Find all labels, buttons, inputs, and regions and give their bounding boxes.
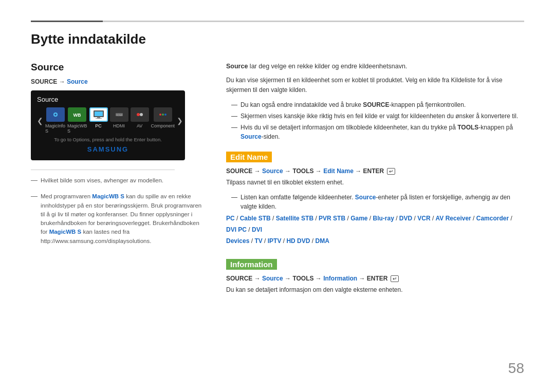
source-hl-en2: Source — [355, 194, 376, 201]
source-bold-hl: Source — [240, 133, 262, 140]
enter-kw-en: ENTER — [363, 167, 384, 175]
slash-11: / — [247, 226, 252, 233]
source-bold-intro: Source — [226, 63, 248, 70]
slash-3: / — [313, 215, 319, 222]
source-hint: To go to Options, press and hold the Ent… — [35, 137, 181, 142]
svg-rect-7 — [97, 117, 100, 118]
source-items: MagicInfo S WB MagicWB S — [45, 107, 175, 134]
source-item-magicwb[interactable]: WB MagicWB S — [67, 107, 87, 134]
right-body: Du kan vise skjermen til en kildeenhet s… — [226, 76, 524, 95]
slash-4: / — [345, 215, 350, 222]
information-heading: Information — [226, 259, 277, 270]
magicinfo-icon — [46, 107, 65, 122]
enter-icon-info: ↵ — [391, 275, 399, 282]
device-hddvd: HD DVD — [286, 237, 310, 245]
tools-bold: TOOLS — [457, 124, 478, 131]
device-cable: Cable STB — [240, 215, 271, 222]
information-path: SOURCE → Source → TOOLS → Information → … — [226, 275, 524, 282]
edit-name-path: SOURCE → Source → TOOLS → Edit Name → EN… — [226, 167, 524, 175]
note-1: — Hvilket bilde som vises, avhenger av m… — [31, 176, 206, 189]
magicwb-label: MagicWB S — [67, 123, 87, 134]
slash-13: / — [263, 237, 268, 245]
information-hl: Information — [323, 275, 357, 282]
device-iptv: IPTV — [268, 237, 282, 245]
device-dma: DMA — [315, 237, 329, 245]
source-hl-info: Source — [262, 275, 283, 282]
device-dvipc: DVI PC — [226, 226, 247, 233]
bullet-2-text: Skjermen vises kanskje ikke riktig hvis … — [240, 111, 518, 121]
av-label: AV — [137, 123, 142, 128]
edit-name-bullet: — Listen kan omfatte følgende kildeenhet… — [226, 193, 524, 211]
source-right-arrow[interactable]: ❯ — [175, 117, 185, 125]
magicinfo-label: MagicInfo S — [45, 123, 65, 134]
device-cam: Camcorder — [476, 215, 509, 222]
edit-name-bullet-text: Listen kan omfatte følgende kildeenheter… — [240, 193, 524, 211]
hdmi-label: HDMI — [113, 123, 125, 128]
source-left-arrow[interactable]: ❮ — [35, 117, 45, 125]
svg-point-14 — [140, 113, 143, 116]
source-item-component[interactable]: Component — [151, 107, 175, 134]
device-pvr: PVR STB — [319, 215, 345, 222]
content-area: Source SOURCE → Source Source ❮ Magi — [31, 62, 524, 371]
magicwb-icon: WB — [68, 107, 86, 122]
bullet-1: — Du kan også endre inndatakilde ved å b… — [226, 100, 524, 109]
pc-label: PC — [95, 123, 102, 128]
dash-2: — — [31, 192, 38, 250]
note-text-2: Med programvaren MagicWB S kan du spille… — [41, 192, 206, 246]
device-bluray: Blu-ray — [373, 215, 394, 222]
tools-kw-en: TOOLS — [292, 167, 313, 175]
device-dvd: DVD — [399, 215, 412, 222]
page-container: Bytte inndatakilde Source SOURCE → Sourc… — [0, 0, 555, 392]
source-kw-info: SOURCE — [226, 275, 252, 282]
svg-point-17 — [162, 114, 164, 116]
edit-name-desc: Tilpass navnet til en tilkoblet ekstern … — [226, 178, 524, 188]
magicwb-bold: MagicWB S — [92, 193, 124, 199]
source-section-title: Source — [31, 62, 206, 73]
source-path-highlight: Source — [67, 78, 88, 85]
component-label: Component — [151, 123, 175, 128]
device-list: PC / Cable STB / Satellite STB / PVR STB… — [226, 213, 524, 247]
enter-kw-info: ENTER — [367, 275, 388, 282]
device-tv: TV — [254, 237, 262, 245]
left-column: Source SOURCE → Source Source ❮ Magi — [31, 62, 206, 371]
slash-8: / — [431, 215, 436, 222]
component-icon — [154, 107, 172, 122]
right-intro: Source lar deg velge en rekke kilder og … — [226, 62, 524, 71]
slash-5: / — [367, 215, 373, 222]
page-title: Bytte inndatakilde — [31, 31, 524, 47]
source-item-pc[interactable]: PC — [89, 107, 108, 134]
slash-15: / — [310, 237, 315, 245]
em-dash-en: — — [231, 193, 237, 211]
bullet-3: — Hvis du vil se detaljert informasjon o… — [226, 123, 524, 141]
magicwb-bold-2: MagicWB S — [49, 229, 82, 235]
slash-14: / — [281, 237, 286, 245]
slash-2: / — [271, 215, 276, 222]
samsung-logo: SAMSUNG — [35, 145, 181, 153]
svg-rect-8 — [96, 118, 102, 119]
hdmi-icon: HDMI — [110, 107, 128, 122]
bullet-3-text: Hvis du vil se detaljert informasjon om … — [240, 123, 524, 141]
svg-point-2 — [54, 114, 57, 116]
source-item-hdmi[interactable]: HDMI HDMI — [110, 107, 128, 134]
note-text-1: Hvilket bilde som vises, avhenger av mod… — [41, 176, 163, 185]
top-line-light — [103, 21, 524, 22]
slash-6: / — [394, 215, 399, 222]
top-decorative-lines — [31, 21, 524, 22]
enter-icon-en: ↵ — [387, 168, 395, 175]
bullet-1-text: Du kan også endre inndatakilde ved å bru… — [240, 100, 466, 109]
device-avr: AV Receiver — [436, 215, 471, 222]
device-game: Game — [350, 215, 367, 222]
device-vcr: VCR — [417, 215, 430, 222]
device-pc: PC — [226, 215, 235, 222]
slash-10: / — [509, 215, 512, 222]
information-desc: Du kan se detaljert informasjon om den v… — [226, 285, 524, 295]
editname-hl: Edit Name — [323, 167, 354, 175]
source-icons-row: ❮ MagicInfo S WB — [35, 107, 181, 134]
av-icon — [131, 107, 149, 122]
source-item-magicinfo[interactable]: MagicInfo S — [45, 107, 65, 134]
em-dash-3: — — [231, 123, 237, 141]
svg-rect-6 — [95, 111, 103, 116]
source-item-av[interactable]: AV — [131, 107, 149, 134]
source-path: SOURCE → Source — [31, 78, 206, 85]
dash-1: — — [31, 176, 38, 189]
